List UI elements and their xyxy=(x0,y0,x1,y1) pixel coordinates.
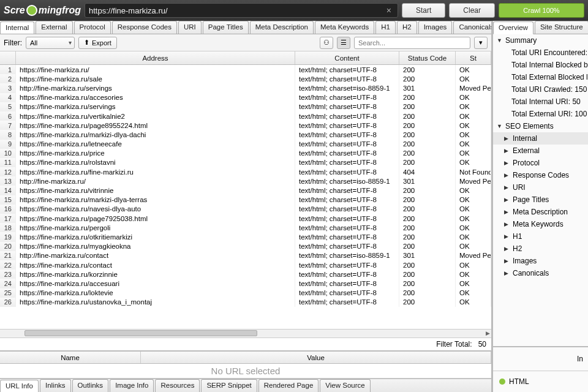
row-number: 8 xyxy=(0,130,16,139)
table-row[interactable]: 9https://fine-markiza.ru/letneecafetext/… xyxy=(0,140,491,149)
seo-item-internal[interactable]: ▶Internal xyxy=(493,132,588,145)
cell-status-text: OK xyxy=(456,158,491,167)
horizontal-scrollbar[interactable]: ▶ xyxy=(0,329,491,337)
cell-address: http://fine-markiza.ru/servings xyxy=(16,83,295,92)
summary-item[interactable]: Total Internal URI: 50 xyxy=(493,96,588,108)
col-content[interactable]: Content xyxy=(295,51,399,64)
tree-summary[interactable]: ▼Summary xyxy=(493,34,588,47)
list-view-icon[interactable]: ☰ xyxy=(337,37,350,49)
cell-status-text: Moved Pe xyxy=(456,176,491,186)
bottom-tab-rendered-page[interactable]: Rendered Page xyxy=(258,379,319,392)
table-row[interactable]: 1https://fine-markiza.ru/text/html; char… xyxy=(0,65,491,74)
table-row[interactable]: 14https://fine-markiza.ru/vitrinnietext/… xyxy=(0,186,491,195)
side-tab-site-structure[interactable]: Site Structure xyxy=(535,21,588,34)
table-row[interactable]: 8https://fine-markiza.ru/markizi-dlya-da… xyxy=(0,130,491,139)
table-row[interactable]: 13http://fine-markiza.ru/text/html; char… xyxy=(0,176,491,186)
scroll-right-icon[interactable]: ▶ xyxy=(486,330,490,336)
overview-tree: ▼Summary Total URI Encountered:Total Int… xyxy=(493,34,588,346)
table-row[interactable]: 16https://fine-markiza.ru/navesi-dlya-au… xyxy=(0,205,491,214)
cell-status-code: 200 xyxy=(399,65,456,74)
url-input[interactable] xyxy=(89,6,384,15)
seo-item-uri[interactable]: ▶URI xyxy=(493,181,588,194)
tab-canonicals[interactable]: Canonicals xyxy=(453,21,491,34)
tab-h1[interactable]: H1 xyxy=(375,21,396,34)
table-row[interactable]: 10https://fine-markiza.ru/pricetext/html… xyxy=(0,149,491,158)
table-row[interactable]: 25https://fine-markiza.ru/loktevietext/h… xyxy=(0,288,491,298)
search-dropdown-icon[interactable]: ▾ xyxy=(474,37,488,49)
bottom-tab-inlinks[interactable]: Inlinks xyxy=(40,379,71,392)
seo-item-protocol[interactable]: ▶Protocol xyxy=(493,157,588,169)
side-tab-overview[interactable]: Overview xyxy=(493,21,533,34)
bottom-tab-image-info[interactable]: Image Info xyxy=(110,379,154,392)
summary-item[interactable]: Total URI Encountered: xyxy=(493,47,588,59)
tree-view-icon[interactable]: ⚇ xyxy=(320,37,333,49)
table-row[interactable]: 7https://fine-markiza.ru/page8955224.htm… xyxy=(0,121,491,130)
summary-item[interactable]: Total External Blocked l xyxy=(493,71,588,83)
table-row[interactable]: 4https://fine-markiza.ru/accesoriestext/… xyxy=(0,93,491,102)
summary-item[interactable]: Total External URI: 100 xyxy=(493,108,588,120)
table-row[interactable]: 22https://fine-markiza.ru/contacttext/ht… xyxy=(0,260,491,270)
filter-select[interactable]: All xyxy=(26,37,75,49)
col-status-text[interactable]: St xyxy=(456,51,491,64)
table-row[interactable]: 20https://fine-markiza.ru/myagkieoknatex… xyxy=(0,242,491,251)
seo-item-meta-keywords[interactable]: ▶Meta Keywords xyxy=(493,218,588,230)
table-row[interactable]: 23https://fine-markiza.ru/korzinnietext/… xyxy=(0,270,491,279)
seo-item-page-titles[interactable]: ▶Page Titles xyxy=(493,194,588,206)
seo-item-response-codes[interactable]: ▶Response Codes xyxy=(493,169,588,181)
bottom-tab-view-source[interactable]: View Source xyxy=(320,379,370,392)
seo-item-external[interactable]: ▶External xyxy=(493,145,588,157)
tab-page-titles[interactable]: Page Titles xyxy=(203,21,249,34)
bottom-tab-serp-snippet[interactable]: SERP Snippet xyxy=(201,379,257,392)
cell-content: text/html; charset=UTF-8 xyxy=(295,242,399,251)
table-row[interactable]: 12https://fine-markiza.ru/fine-markizi.r… xyxy=(0,167,491,176)
table-row[interactable]: 18https://fine-markiza.ru/pergolitext/ht… xyxy=(0,223,491,232)
table-row[interactable]: 24https://fine-markiza.ru/accesuaritext/… xyxy=(0,279,491,288)
cell-status-text: Moved Pe xyxy=(456,251,491,260)
clear-button[interactable]: Clear xyxy=(449,3,495,18)
start-button[interactable]: Start xyxy=(402,3,445,18)
col-address[interactable]: Address xyxy=(16,51,295,64)
seo-item-h1[interactable]: ▶H1 xyxy=(493,230,588,243)
url-clear-icon[interactable]: × xyxy=(384,6,394,15)
table-row[interactable]: 11https://fine-markiza.ru/rolstavnitext/… xyxy=(0,158,491,167)
tree-seo-elements[interactable]: ▼SEO Elements xyxy=(493,120,588,132)
cell-status-text: OK xyxy=(456,214,491,223)
col-status-code[interactable]: Status Code xyxy=(399,51,456,64)
search-input[interactable] xyxy=(354,37,470,49)
table-row[interactable]: 21http://fine-markiza.ru/contacttext/htm… xyxy=(0,251,491,260)
seo-item-h2[interactable]: ▶H2 xyxy=(493,243,588,255)
tab-meta-description[interactable]: Meta Description xyxy=(250,21,314,34)
tab-internal[interactable]: Internal xyxy=(0,21,34,34)
col-rownum[interactable] xyxy=(0,51,16,64)
detail-col-name[interactable]: Name xyxy=(0,352,141,363)
tab-uri[interactable]: URI xyxy=(178,21,202,34)
tab-external[interactable]: External xyxy=(36,21,72,34)
seo-item-images[interactable]: ▶Images xyxy=(493,255,588,267)
seo-item-meta-description[interactable]: ▶Meta Description xyxy=(493,206,588,218)
table-row[interactable]: 26https://fine-markiza.ru/ustanovka_i_mo… xyxy=(0,298,491,307)
tab-protocol[interactable]: Protocol xyxy=(74,21,111,34)
table-row[interactable]: 17https://fine-markiza.ru/page7925038.ht… xyxy=(0,214,491,223)
bottom-tab-url-info[interactable]: URL Info xyxy=(0,380,39,392)
summary-item[interactable]: Total URI Crawled: 150 xyxy=(493,83,588,96)
tab-h2[interactable]: H2 xyxy=(397,21,417,34)
table-row[interactable]: 3http://fine-markiza.ru/servingstext/htm… xyxy=(0,83,491,92)
tab-response-codes[interactable]: Response Codes xyxy=(112,21,177,34)
tab-meta-keywords[interactable]: Meta Keywords xyxy=(315,21,374,34)
summary-item[interactable]: Total Internal Blocked b xyxy=(493,59,588,71)
cell-status-code: 301 xyxy=(399,251,456,260)
row-number: 10 xyxy=(0,149,16,158)
table-row[interactable]: 6https://fine-markiza.ru/vertikalnie2tex… xyxy=(0,111,491,121)
table-row[interactable]: 5https://fine-markiza.ru/servingstext/ht… xyxy=(0,102,491,111)
table-row[interactable]: 2https://fine-markiza.ru/saletext/html; … xyxy=(0,74,491,83)
bottom-tab-resources[interactable]: Resources xyxy=(155,379,200,392)
detail-col-value[interactable]: Value xyxy=(141,352,491,363)
scrollbar-thumb[interactable] xyxy=(24,330,257,336)
bottom-tab-outlinks[interactable]: Outlinks xyxy=(72,379,109,392)
seo-item-canonicals[interactable]: ▶Canonicals xyxy=(493,267,588,279)
export-button[interactable]: ⬆Export xyxy=(78,37,117,49)
cell-status-code: 200 xyxy=(399,149,456,158)
tab-images[interactable]: Images xyxy=(418,21,453,34)
table-row[interactable]: 15https://fine-markiza.ru/markizi-dlya-t… xyxy=(0,195,491,205)
table-row[interactable]: 19https://fine-markiza.ru/otkritiemarkiz… xyxy=(0,232,491,241)
